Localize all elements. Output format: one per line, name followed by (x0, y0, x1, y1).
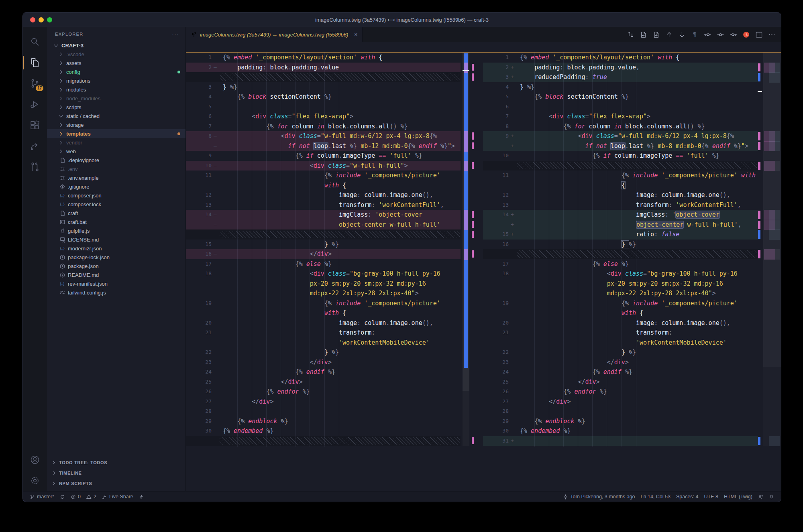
code-line[interactable]: 23 </div> (186, 357, 461, 368)
status-power[interactable] (136, 491, 147, 502)
tree-item-craft-3[interactable]: CRAFT-3 (47, 41, 185, 50)
code-line[interactable]: 4 {% block sectionContent %} (186, 92, 461, 102)
code-line[interactable]: 13 transform: 'workContentFull', (483, 200, 758, 210)
tree-item-migrations[interactable]: migrations (47, 76, 185, 85)
sidebar-section-timeline[interactable]: TIMELINE (47, 468, 185, 478)
code-line[interactable]: { (483, 181, 758, 191)
code-line[interactable]: with { (483, 308, 758, 318)
code-line[interactable]: 7 <div class="flex flex-wrap"> (483, 112, 758, 122)
tree-item-config[interactable]: config (47, 67, 185, 76)
code-line[interactable]: 12 image: column.image.one(), (186, 190, 461, 200)
tree-item-rev-manifest-json[interactable]: {..}rev-manifest.json (47, 279, 185, 288)
code-line[interactable]: 18 <div class="bg-gray-100 h-full py-16 (483, 269, 758, 279)
status-blame[interactable]: Tom Pickering, 3 months ago (560, 491, 638, 502)
code-line[interactable]: px-20 sm:py-20 sm:px-32 md:py-16 (186, 279, 461, 289)
tree-item-readme-md[interactable]: README.md (47, 270, 185, 279)
status-sync[interactable] (57, 491, 68, 502)
tree-item-vendor[interactable]: vendor (47, 138, 185, 147)
activity-run-debug-icon[interactable] (23, 94, 47, 115)
code-line[interactable]: with { (186, 181, 461, 191)
code-line[interactable]: 6 <div class="flex flex-wrap"> (186, 112, 461, 122)
tree-item--env-example[interactable]: .env.example (47, 173, 185, 182)
close-window-button[interactable] (30, 17, 35, 22)
code-line[interactable]: 24 {% endif %} (483, 367, 758, 377)
sidebar-section-todo-tree-todos[interactable]: TODO TREE: TODOS (47, 457, 185, 468)
code-line[interactable]: 1{% embed '_components/layout/section' w… (483, 53, 758, 63)
overview-ruler-original[interactable] (463, 53, 469, 446)
tree-item-package-json[interactable]: package.json (47, 262, 185, 270)
sidebar-more-actions-icon[interactable]: ··· (172, 31, 179, 38)
code-line[interactable]: 29 {% endblock %} (186, 416, 461, 426)
tree-item-composer-lock[interactable]: {..}composer.lock (47, 200, 185, 209)
code-line[interactable]: with { (186, 308, 461, 318)
code-line[interactable]: 29 {% endblock %} (483, 416, 758, 426)
code-line[interactable]: 17 {% else %} (483, 259, 758, 269)
code-line[interactable]: 26 {% endfor %} (483, 387, 758, 397)
code-line[interactable]: 20 image: column.image.one(), (186, 318, 461, 328)
code-line[interactable]: 23 </div> (483, 357, 758, 368)
code-line[interactable]: 10– <div class="w-full h-full"> (186, 161, 461, 171)
split-editor-icon[interactable] (753, 29, 765, 40)
status-language-mode[interactable]: HTML (Twig) (721, 491, 755, 502)
code-line[interactable]: 'workContentMobileDevice' (483, 338, 758, 348)
tree-item-node-modules[interactable]: node_modules (47, 94, 185, 103)
open-changes-with-next-icon[interactable] (727, 29, 739, 40)
code-line[interactable]: 12 image: column.image.one(), (483, 190, 758, 200)
tree-item-gulpfile-js[interactable]: gulpfile.js (47, 226, 185, 235)
code-line[interactable]: 6 (483, 102, 758, 112)
status-encoding[interactable]: UTF-8 (701, 491, 721, 502)
sidebar-section-npm-scripts[interactable]: NPM SCRIPTS (47, 478, 185, 489)
titlebar[interactable]: imageColumns.twig (3a57439) ⟷ imageColum… (23, 12, 781, 27)
tree-item-craft-bat[interactable]: craft.bat (47, 217, 185, 226)
tree-item--vscode[interactable]: .vscode (47, 50, 185, 59)
code-line[interactable]: 19 {% include '_components/picture' (483, 298, 758, 309)
code-line[interactable]: + if not loop.last %} mb-8 md:mb-0{% end… (483, 141, 758, 151)
code-line[interactable]: 10 {% if column.imageType == 'full' %} (483, 151, 758, 161)
code-line[interactable]: 19 {% include '_components/picture' (186, 298, 461, 309)
code-line[interactable]: – if not loop.last %} mb-12 md:mb-0{% en… (186, 141, 461, 151)
code-line[interactable]: 21 transform: (186, 328, 461, 338)
code-line[interactable]: 31+ (483, 436, 758, 446)
toggle-whitespace-icon[interactable]: ¶ (689, 29, 701, 40)
tree-item-assets[interactable]: assets (47, 59, 185, 67)
more-actions-icon[interactable] (766, 29, 778, 40)
code-line[interactable]: 28 (186, 406, 461, 416)
code-line[interactable]: px-20 sm:py-20 sm:px-32 md:py-16 (483, 279, 758, 289)
previous-change-icon[interactable] (663, 29, 675, 40)
tree-item-modules[interactable]: modules (47, 85, 185, 94)
code-line[interactable]: 1{% embed '_components/layout/section' w… (186, 53, 461, 63)
code-line[interactable]: 7 {% for column in block.columns.all() %… (186, 122, 461, 132)
tree-item-package-lock-json[interactable]: package-lock.json (47, 253, 185, 262)
code-line[interactable]: – object-center w-full h-full' (186, 220, 461, 230)
diff-tab[interactable]: imageColumns.twig (3a57439) ↔ imageColum… (186, 27, 363, 42)
tree-item-license-md[interactable]: LICENSE.md (47, 235, 185, 244)
code-line[interactable]: 24 {% endif %} (186, 367, 461, 377)
code-line[interactable]: 27 </div> (483, 397, 758, 407)
open-changes-with-previous-icon[interactable] (701, 29, 713, 40)
tree-item-static-cached[interactable]: static / cached (47, 112, 185, 120)
open-file-right-icon[interactable] (650, 29, 662, 40)
code-line[interactable]: 15+ ratio: false (483, 229, 758, 240)
code-line[interactable]: md:px-22 2xl:py-28 2xl:px-40"> (483, 288, 758, 298)
status-live-share[interactable]: Live Share (99, 491, 136, 502)
code-line[interactable]: + object-center w-full h-full', (483, 220, 758, 230)
minimize-window-button[interactable] (39, 17, 44, 22)
code-line[interactable]: 2– padding: block.padding.value (186, 63, 461, 73)
activity-accounts-icon[interactable] (23, 449, 47, 470)
activity-settings-icon[interactable] (23, 470, 47, 491)
code-line[interactable]: 25 </div> (483, 377, 758, 387)
code-line[interactable]: 15 } %} (186, 240, 461, 250)
code-line[interactable]: 14+ imgClass: 'object-cover (483, 210, 758, 220)
code-line[interactable]: 22 } %} (483, 347, 758, 357)
tree-item--deployignore[interactable]: .deployignore (47, 156, 185, 164)
tree-item-scripts[interactable]: scripts (47, 103, 185, 112)
tree-item-composer-json[interactable]: {..}composer.json (47, 191, 185, 200)
code-line[interactable]: md:px-22 2xl:py-28 2xl:px-40"> (186, 288, 461, 298)
activity-extensions-icon[interactable] (23, 115, 47, 136)
activity-live-share-icon[interactable] (23, 136, 47, 156)
code-line[interactable]: 8 {% for column in block.columns.all() %… (483, 122, 758, 132)
status-errors[interactable]: 0 (68, 491, 84, 502)
tree-item-templates[interactable]: templates (47, 129, 185, 138)
code-line[interactable]: 11 {% include '_components/picture' (186, 171, 461, 181)
code-line[interactable]: 3} %} (186, 82, 461, 92)
